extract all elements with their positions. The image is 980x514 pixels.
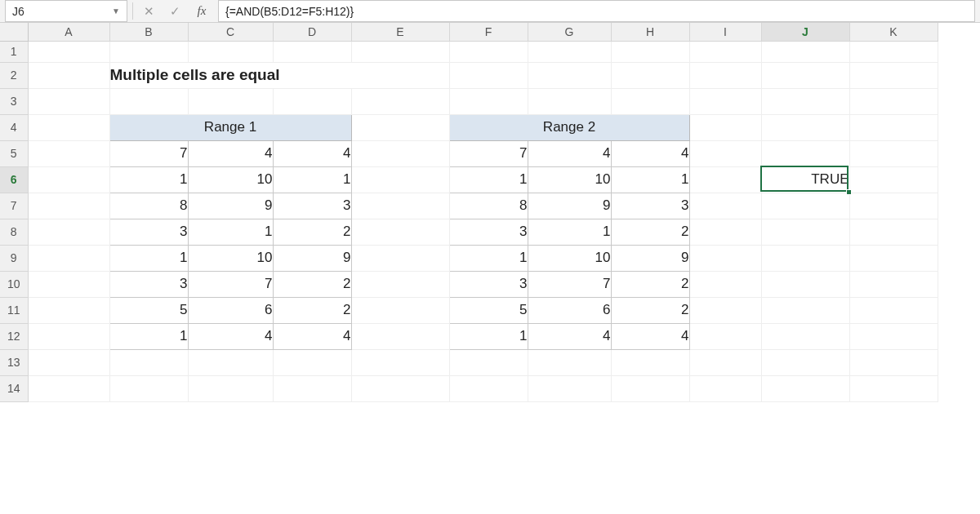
- col-header-H[interactable]: H: [611, 23, 689, 41]
- cell[interactable]: [273, 41, 351, 62]
- col-header-J[interactable]: J: [761, 23, 849, 41]
- cell[interactable]: [849, 323, 938, 349]
- range1-cell[interactable]: 3: [273, 193, 351, 219]
- range2-cell[interactable]: 9: [611, 245, 689, 271]
- col-header-C[interactable]: C: [188, 23, 273, 41]
- range1-cell[interactable]: 3: [109, 271, 188, 297]
- cell[interactable]: [28, 166, 109, 193]
- cell[interactable]: [761, 88, 849, 114]
- result-cell[interactable]: TRUE: [761, 166, 849, 193]
- row-header-3[interactable]: 3: [0, 88, 28, 114]
- range1-cell[interactable]: 1: [188, 219, 273, 245]
- range1-cell[interactable]: 9: [188, 193, 273, 219]
- range2-cell[interactable]: 4: [611, 140, 689, 166]
- cell[interactable]: [449, 375, 528, 401]
- cell[interactable]: [351, 297, 449, 323]
- range1-cell[interactable]: 1: [109, 166, 188, 193]
- cell[interactable]: [689, 323, 761, 349]
- name-box[interactable]: J6 ▼: [5, 0, 127, 22]
- cell[interactable]: [689, 114, 761, 140]
- cell[interactable]: [28, 114, 109, 140]
- range2-cell[interactable]: 1: [449, 245, 528, 271]
- cell[interactable]: [761, 349, 849, 375]
- cell[interactable]: [761, 140, 849, 166]
- cell[interactable]: [689, 41, 761, 62]
- cell[interactable]: [351, 41, 449, 62]
- cell[interactable]: [273, 88, 351, 114]
- range2-cell[interactable]: 1: [528, 219, 611, 245]
- cell[interactable]: [28, 88, 109, 114]
- col-header-K[interactable]: K: [849, 23, 938, 41]
- cell[interactable]: [849, 88, 938, 114]
- range2-cell[interactable]: 5: [449, 297, 528, 323]
- cell[interactable]: [528, 41, 611, 62]
- cell[interactable]: [28, 219, 109, 245]
- range2-cell[interactable]: 4: [611, 323, 689, 349]
- cell[interactable]: [351, 140, 449, 166]
- range1-cell[interactable]: 3: [109, 219, 188, 245]
- cell[interactable]: [351, 349, 449, 375]
- cell[interactable]: [611, 62, 689, 88]
- range1-cell[interactable]: 6: [188, 297, 273, 323]
- cell[interactable]: [761, 219, 849, 245]
- fx-icon[interactable]: fx: [190, 0, 213, 22]
- row-header-9[interactable]: 9: [0, 245, 28, 271]
- cell[interactable]: [28, 349, 109, 375]
- range1-cell[interactable]: 1: [109, 245, 188, 271]
- cell[interactable]: [28, 375, 109, 401]
- range1-cell[interactable]: 4: [273, 323, 351, 349]
- cell[interactable]: [689, 297, 761, 323]
- cell[interactable]: [28, 323, 109, 349]
- range2-cell[interactable]: 10: [528, 166, 611, 193]
- cell[interactable]: [689, 271, 761, 297]
- cell[interactable]: [273, 349, 351, 375]
- cell[interactable]: [849, 114, 938, 140]
- range1-cell[interactable]: 1: [109, 323, 188, 349]
- cell[interactable]: [28, 62, 109, 88]
- range1-header[interactable]: Range 1: [109, 114, 351, 140]
- cell[interactable]: [689, 245, 761, 271]
- range2-cell[interactable]: 3: [449, 219, 528, 245]
- row-header-6[interactable]: 6: [0, 166, 28, 193]
- cell[interactable]: [188, 41, 273, 62]
- cell[interactable]: [849, 271, 938, 297]
- cell[interactable]: [449, 88, 528, 114]
- range1-cell[interactable]: 7: [188, 271, 273, 297]
- range2-cell[interactable]: 6: [528, 297, 611, 323]
- cell[interactable]: [351, 114, 449, 140]
- cell[interactable]: [351, 271, 449, 297]
- cell[interactable]: [528, 62, 611, 88]
- cell[interactable]: [109, 41, 188, 62]
- cell[interactable]: [611, 88, 689, 114]
- cell[interactable]: [449, 41, 528, 62]
- cancel-icon[interactable]: ✕: [138, 0, 159, 22]
- cell[interactable]: [611, 349, 689, 375]
- range1-cell[interactable]: 4: [188, 323, 273, 349]
- cell[interactable]: [28, 140, 109, 166]
- range1-cell[interactable]: 5: [109, 297, 188, 323]
- range2-cell[interactable]: 4: [528, 323, 611, 349]
- cell[interactable]: [689, 166, 761, 193]
- range1-cell[interactable]: 8: [109, 193, 188, 219]
- cell[interactable]: [528, 375, 611, 401]
- cell[interactable]: [761, 245, 849, 271]
- range2-cell[interactable]: 7: [528, 271, 611, 297]
- cell[interactable]: [849, 140, 938, 166]
- cell[interactable]: [528, 88, 611, 114]
- range2-cell[interactable]: 3: [611, 193, 689, 219]
- cell[interactable]: [761, 271, 849, 297]
- range1-cell[interactable]: 4: [188, 140, 273, 166]
- fill-handle[interactable]: [846, 189, 852, 195]
- cell[interactable]: [351, 88, 449, 114]
- col-header-F[interactable]: F: [449, 23, 528, 41]
- range1-cell[interactable]: 7: [109, 140, 188, 166]
- cell[interactable]: [28, 245, 109, 271]
- cell[interactable]: [188, 375, 273, 401]
- range2-cell[interactable]: 8: [449, 193, 528, 219]
- row-header-7[interactable]: 7: [0, 193, 28, 219]
- cell[interactable]: [273, 375, 351, 401]
- row-header-14[interactable]: 14: [0, 375, 28, 401]
- page-title[interactable]: Multiple cells are equal: [109, 62, 449, 88]
- formula-input[interactable]: {=AND(B5:D12=F5:H12)}: [218, 0, 975, 22]
- row-header-10[interactable]: 10: [0, 271, 28, 297]
